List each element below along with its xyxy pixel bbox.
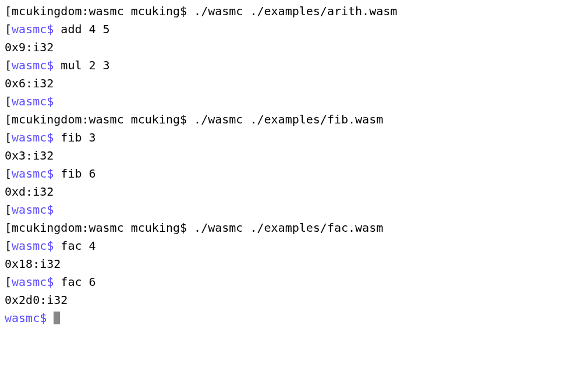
bracket-char: [ xyxy=(5,58,12,72)
terminal-text: fac 4 xyxy=(54,239,95,253)
terminal-text: mcukingdom:wasmc mcuking$ ./wasmc ./exam… xyxy=(12,112,383,126)
prompt-label: wasmc$ xyxy=(12,130,54,144)
bracket-char: [ xyxy=(5,22,12,36)
terminal-line: [wasmc$ fac 6 xyxy=(5,273,583,291)
terminal-line: [mcukingdom:wasmc mcuking$ ./wasmc ./exa… xyxy=(5,2,583,20)
terminal-output[interactable]: [mcukingdom:wasmc mcuking$ ./wasmc ./exa… xyxy=(5,2,583,327)
terminal-text: 0x2d0:i32 xyxy=(5,293,68,307)
prompt-label: wasmc$ xyxy=(12,22,54,36)
terminal-text: 0x18:i32 xyxy=(5,257,61,271)
terminal-text: fib 6 xyxy=(54,167,95,181)
terminal-text: mul 2 3 xyxy=(54,58,109,72)
terminal-line: [wasmc$ fib 6 xyxy=(5,165,583,183)
terminal-text: mcukingdom:wasmc mcuking$ ./wasmc ./exam… xyxy=(12,221,383,235)
terminal-line: [wasmc$ add 4 5 xyxy=(5,20,583,38)
terminal-line: 0x3:i32 xyxy=(5,147,583,165)
bracket-char: [ xyxy=(5,239,12,253)
bracket-char: [ xyxy=(5,275,12,289)
bracket-char: [ xyxy=(5,203,12,217)
bracket-char: [ xyxy=(5,130,12,144)
prompt-label: wasmc$ xyxy=(12,275,54,289)
prompt-label: wasmc$ xyxy=(12,203,54,217)
terminal-line: [mcukingdom:wasmc mcuking$ ./wasmc ./exa… xyxy=(5,219,583,237)
prompt-label: wasmc$ xyxy=(12,239,54,253)
bracket-char: [ xyxy=(5,112,12,126)
terminal-line: [wasmc$ xyxy=(5,201,583,219)
terminal-text xyxy=(47,311,54,325)
terminal-text: 0xd:i32 xyxy=(5,185,54,199)
terminal-line: [wasmc$ mul 2 3 xyxy=(5,56,583,75)
prompt-label: wasmc$ xyxy=(12,167,54,181)
prompt-label: wasmc$ xyxy=(12,58,54,72)
terminal-text: mcukingdom:wasmc mcuking$ ./wasmc ./exam… xyxy=(12,4,397,18)
bracket-char: [ xyxy=(5,221,12,235)
terminal-line: [mcukingdom:wasmc mcuking$ ./wasmc ./exa… xyxy=(5,111,583,129)
terminal-line: 0x9:i32 xyxy=(5,38,583,56)
terminal-text: 0x3:i32 xyxy=(5,148,54,162)
prompt-label: wasmc$ xyxy=(5,311,47,325)
terminal-text: fac 6 xyxy=(54,275,95,289)
bracket-char: [ xyxy=(5,167,12,181)
terminal-line: 0x18:i32 xyxy=(5,255,583,273)
terminal-line: wasmc$ xyxy=(5,309,583,327)
terminal-text: add 4 5 xyxy=(54,22,109,36)
terminal-line: [wasmc$ fib 3 xyxy=(5,129,583,147)
terminal-line: 0xd:i32 xyxy=(5,183,583,201)
terminal-text: fib 3 xyxy=(54,130,95,144)
terminal-line: [wasmc$ xyxy=(5,93,583,111)
bracket-char: [ xyxy=(5,94,12,108)
bracket-char: [ xyxy=(5,4,12,18)
prompt-label: wasmc$ xyxy=(12,94,54,108)
terminal-line: 0x2d0:i32 xyxy=(5,291,583,309)
terminal-text: 0x9:i32 xyxy=(5,40,54,54)
cursor-block xyxy=(54,312,60,324)
terminal-line: [wasmc$ fac 4 xyxy=(5,237,583,255)
terminal-text: 0x6:i32 xyxy=(5,76,54,90)
terminal-line: 0x6:i32 xyxy=(5,75,583,93)
